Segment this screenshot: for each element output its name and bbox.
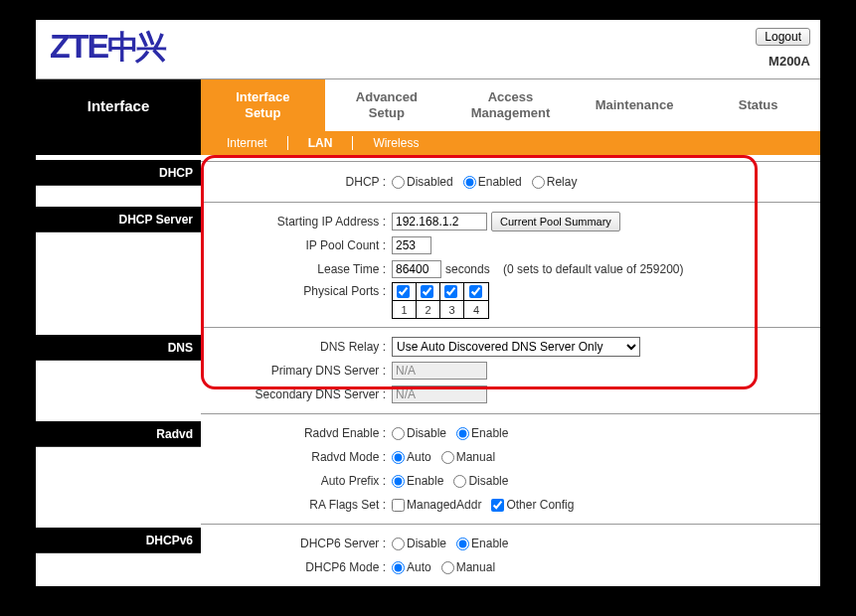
- subtab-lan[interactable]: LAN: [288, 136, 354, 150]
- port-2-checkbox[interactable]: [421, 285, 433, 298]
- model-label: M200A: [769, 54, 810, 69]
- physical-ports-grid: 1 2 3 4: [392, 282, 489, 319]
- dns-relay-label: DNS Relay :: [201, 340, 392, 354]
- dhcp-label: DHCP :: [201, 175, 392, 189]
- secondary-dns-label: Secondary DNS Server :: [201, 387, 392, 401]
- port-1-checkbox[interactable]: [397, 285, 410, 298]
- logo: ZTE中兴: [50, 26, 163, 70]
- dhcp6-server-label: DHCP6 Server :: [201, 537, 392, 550]
- header: ZTE中兴 Logout M200A: [36, 20, 820, 79]
- pool-count-label: IP Pool Count :: [201, 238, 392, 252]
- tab-access-management[interactable]: Access Management: [448, 79, 573, 131]
- port-4-label: 4: [464, 301, 488, 318]
- lease-time-label: Lease Time :: [201, 262, 392, 276]
- flag-other-config[interactable]: Other Config: [491, 498, 574, 512]
- primary-dns-input: [392, 362, 487, 380]
- port-3-checkbox[interactable]: [444, 285, 457, 298]
- flag-managed-addr[interactable]: ManagedAddr: [392, 498, 481, 512]
- dhcp6-server-disable[interactable]: Disable: [392, 537, 446, 550]
- lease-time-note: seconds (0 sets to default value of 2592…: [445, 262, 683, 276]
- secondary-dns-input: [392, 385, 487, 403]
- logout-button[interactable]: Logout: [756, 28, 810, 46]
- section-dhcp-server: DHCP Server: [36, 207, 201, 232]
- auto-prefix-label: Auto Prefix :: [201, 474, 392, 488]
- pool-summary-button[interactable]: Current Pool Summary: [491, 212, 620, 231]
- auto-prefix-disable[interactable]: Disable: [453, 474, 508, 488]
- dhcp6-server-enable[interactable]: Enable: [456, 537, 508, 550]
- lease-time-input[interactable]: [392, 260, 441, 278]
- auto-prefix-enable[interactable]: Enable: [392, 474, 443, 488]
- subtab-wireless[interactable]: Wireless: [353, 136, 438, 150]
- dhcp-enabled[interactable]: Enabled: [463, 175, 522, 189]
- dhcp-relay[interactable]: Relay: [532, 175, 578, 189]
- port-2-label: 2: [417, 301, 440, 318]
- side-title: Interface: [36, 79, 201, 131]
- port-3-label: 3: [440, 301, 464, 318]
- dhcp6-mode-label: DHCP6 Mode :: [201, 560, 392, 574]
- section-radvd: Radvd: [36, 421, 201, 447]
- port-4-checkbox[interactable]: [469, 285, 482, 298]
- radvd-mode-manual[interactable]: Manual: [441, 450, 495, 464]
- dhcp6-mode-auto[interactable]: Auto: [392, 560, 431, 574]
- section-dhcp: DHCP: [36, 160, 201, 186]
- pool-count-input[interactable]: [392, 236, 431, 254]
- tab-maintenance[interactable]: Maintenance: [573, 79, 697, 131]
- dhcp6-mode-manual[interactable]: Manual: [441, 560, 495, 574]
- dhcp-disabled[interactable]: Disabled: [392, 175, 453, 189]
- radvd-enable-enable[interactable]: Enable: [456, 426, 508, 440]
- dns-relay-select[interactable]: Use Auto Discovered DNS Server Only: [392, 337, 640, 357]
- radvd-enable-disable[interactable]: Disable: [392, 426, 446, 440]
- main-tabs: Interface Setup Advanced Setup Access Ma…: [201, 79, 820, 131]
- section-dns: DNS: [36, 335, 201, 361]
- tab-advanced-setup[interactable]: Advanced Setup: [325, 79, 449, 131]
- section-dhcpv6: DHCPv6: [36, 528, 201, 553]
- ra-flags-label: RA Flags Set :: [201, 498, 392, 512]
- physical-ports-label: Physical Ports :: [201, 282, 392, 298]
- radvd-enable-label: Radvd Enable :: [201, 426, 392, 440]
- start-ip-label: Starting IP Address :: [201, 215, 392, 229]
- tab-status[interactable]: Status: [696, 79, 820, 131]
- radvd-mode-auto[interactable]: Auto: [392, 450, 431, 464]
- sub-tabs: Internet LAN Wireless: [201, 131, 820, 155]
- port-1-label: 1: [393, 301, 417, 318]
- start-ip-input[interactable]: [392, 213, 487, 231]
- radvd-mode-label: Radvd Mode :: [201, 450, 392, 464]
- tab-interface-setup[interactable]: Interface Setup: [201, 79, 325, 131]
- subtab-internet[interactable]: Internet: [207, 136, 288, 150]
- primary-dns-label: Primary DNS Server :: [201, 364, 392, 378]
